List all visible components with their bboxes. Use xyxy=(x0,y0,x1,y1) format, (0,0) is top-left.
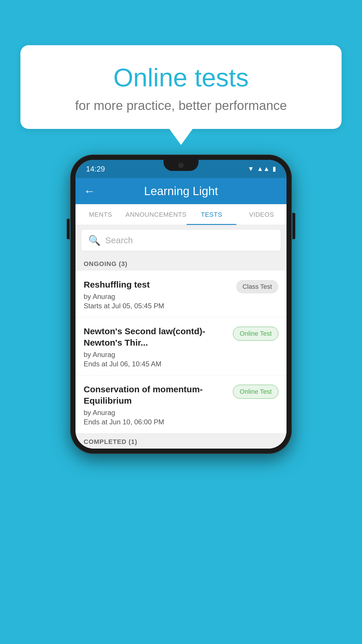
test-item-1[interactable]: Reshuffling test by Anurag Starts at Jul… xyxy=(75,271,287,317)
completed-section-header: COMPLETED (1) xyxy=(75,433,287,449)
test-author-3: by Anurag xyxy=(84,409,227,417)
tab-videos[interactable]: VIDEOS xyxy=(236,204,287,225)
speech-bubble-subtitle: for more practice, better performance xyxy=(38,98,324,113)
signal-icon: ▲▲ xyxy=(257,165,270,173)
test-author-1: by Anurag xyxy=(84,293,230,301)
notch xyxy=(164,160,198,171)
speech-bubble-arrow xyxy=(169,129,193,145)
tab-announcements[interactable]: ANNOUNCEMENTS xyxy=(126,204,187,225)
test-date-3: Ends at Jun 10, 06:00 PM xyxy=(84,418,227,426)
speech-bubble: Online tests for more practice, better p… xyxy=(20,45,342,129)
search-placeholder: Search xyxy=(105,235,133,245)
test-badge-1: Class Test xyxy=(236,280,278,293)
test-info-3: Conservation of momentum-Equilibrium by … xyxy=(84,384,227,426)
phone-screen: 14:29 ▼ ▲▲ ▮ ← Learning Light MENTS ANNO… xyxy=(75,160,287,449)
tabs-bar: MENTS ANNOUNCEMENTS TESTS VIDEOS xyxy=(75,204,287,225)
wifi-icon: ▼ xyxy=(248,165,254,173)
tab-tests[interactable]: TESTS xyxy=(187,204,237,225)
speech-bubble-container: Online tests for more practice, better p… xyxy=(20,45,342,145)
phone-mockup: 14:29 ▼ ▲▲ ▮ ← Learning Light MENTS ANNO… xyxy=(70,155,292,454)
tab-ments[interactable]: MENTS xyxy=(75,204,126,225)
test-badge-2: Online Test xyxy=(233,327,278,341)
test-list: Reshuffling test by Anurag Starts at Jul… xyxy=(75,271,287,433)
test-item-2[interactable]: Newton's Second law(contd)-Newton's Thir… xyxy=(75,317,287,375)
test-author-2: by Anurag xyxy=(84,351,227,359)
back-button[interactable]: ← xyxy=(84,185,95,197)
search-container: 🔍 Search xyxy=(75,225,287,256)
test-info-1: Reshuffling test by Anurag Starts at Jul… xyxy=(84,279,230,310)
test-item-3[interactable]: Conservation of momentum-Equilibrium by … xyxy=(75,375,287,433)
test-date-2: Ends at Jul 06, 10:45 AM xyxy=(84,360,227,368)
search-box[interactable]: 🔍 Search xyxy=(81,230,281,251)
test-name-3: Conservation of momentum-Equilibrium xyxy=(84,384,227,406)
battery-icon: ▮ xyxy=(273,165,276,173)
ongoing-section-header: ONGOING (3) xyxy=(75,256,287,271)
camera-dot xyxy=(178,163,184,168)
status-bar: 14:29 ▼ ▲▲ ▮ xyxy=(75,160,287,178)
phone-outer: 14:29 ▼ ▲▲ ▮ ← Learning Light MENTS ANNO… xyxy=(70,155,292,454)
test-info-2: Newton's Second law(contd)-Newton's Thir… xyxy=(84,326,227,368)
test-date-1: Starts at Jul 05, 05:45 PM xyxy=(84,302,230,310)
search-icon: 🔍 xyxy=(88,235,101,246)
app-header: ← Learning Light xyxy=(75,178,287,204)
status-time: 14:29 xyxy=(86,164,105,174)
test-badge-3: Online Test xyxy=(233,385,278,399)
test-name-1: Reshuffling test xyxy=(84,279,230,290)
speech-bubble-title: Online tests xyxy=(38,63,324,92)
test-name-2: Newton's Second law(contd)-Newton's Thir… xyxy=(84,326,227,348)
status-icons: ▼ ▲▲ ▮ xyxy=(248,165,276,173)
app-title: Learning Light xyxy=(101,185,261,198)
